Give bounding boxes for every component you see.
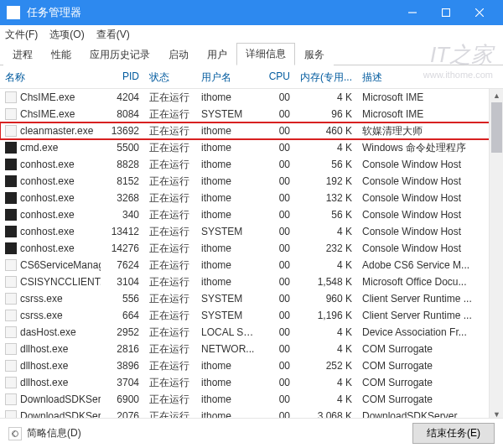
process-icon xyxy=(5,91,17,103)
process-desc: Device Association Fr... xyxy=(357,326,503,338)
less-details-link[interactable]: 简略信息(D) xyxy=(27,426,81,440)
process-cpu: 00 xyxy=(262,242,295,254)
table-row[interactable]: DownloadSDKServ...6900正在运行ithome004 KCOM… xyxy=(0,391,503,408)
process-user: SYSTEM xyxy=(196,293,262,305)
process-icon xyxy=(5,259,17,271)
process-status: 正在运行 xyxy=(144,91,196,105)
scrollbar-thumb[interactable] xyxy=(491,102,502,153)
col-desc[interactable]: 描述 xyxy=(357,70,503,85)
menu-file[interactable]: 文件(F) xyxy=(5,28,38,42)
table-row[interactable]: ChsIME.exe8084正在运行SYSTEM0096 KMicrosoft … xyxy=(0,106,503,122)
tab-5[interactable]: 详细信息 xyxy=(236,43,295,65)
table-row[interactable]: dllhost.exe2816正在运行NETWOR...004 KCOM Sur… xyxy=(0,341,503,357)
table-row[interactable]: dllhost.exe3896正在运行ithome00252 KCOM Surr… xyxy=(0,357,503,374)
process-pid: 664 xyxy=(101,310,144,321)
table-row[interactable]: conhost.exe14276正在运行ithome00232 KConsole… xyxy=(0,240,503,257)
tab-1[interactable]: 性能 xyxy=(42,44,80,65)
col-mem[interactable]: 内存(专用... xyxy=(295,70,357,85)
table-row[interactable]: cmd.exe5500正在运行ithome004 KWindows 命令处理程序 xyxy=(0,139,503,156)
process-user: NETWOR... xyxy=(196,343,262,355)
process-icon xyxy=(5,326,17,338)
process-mem: 96 K xyxy=(295,108,357,120)
tab-4[interactable]: 用户 xyxy=(198,44,236,65)
process-pid: 4204 xyxy=(101,91,144,103)
col-name[interactable]: 名称 xyxy=(0,70,101,85)
table-row[interactable]: conhost.exe8152正在运行ithome00192 KConsole … xyxy=(0,173,503,190)
end-task-button[interactable]: 结束任务(E) xyxy=(412,423,495,444)
table-row[interactable]: ChsIME.exe4204正在运行ithome004 KMicrosoft I… xyxy=(0,89,503,106)
process-user: ithome xyxy=(196,242,262,254)
process-name: conhost.exe xyxy=(20,175,75,187)
vertical-scrollbar[interactable]: ▲ ▼ xyxy=(489,89,503,421)
process-desc: Console Window Host xyxy=(357,192,503,204)
table-row[interactable]: dllhost.exe3704正在运行ithome004 KCOM Surrog… xyxy=(0,374,503,391)
process-name: CSISYNCCLIENT.EXE xyxy=(20,276,101,288)
tab-2[interactable]: 应用历史记录 xyxy=(80,44,159,65)
table-row[interactable]: csrss.exe556正在运行SYSTEM00960 KClient Serv… xyxy=(0,290,503,307)
process-desc: COM Surrogate xyxy=(357,343,503,355)
process-name: conhost.exe xyxy=(20,226,75,237)
table-row[interactable]: conhost.exe340正在运行ithome0056 KConsole Wi… xyxy=(0,206,503,223)
process-status: 正在运行 xyxy=(144,124,196,138)
process-cpu: 00 xyxy=(262,159,295,170)
process-cpu: 00 xyxy=(262,209,295,221)
process-pid: 8084 xyxy=(101,108,144,120)
process-icon xyxy=(5,192,17,204)
process-cpu: 00 xyxy=(262,310,295,321)
process-icon xyxy=(5,276,17,288)
collapse-icon[interactable] xyxy=(8,427,22,440)
tab-6[interactable]: 服务 xyxy=(295,44,334,65)
process-icon xyxy=(5,108,17,120)
table-row[interactable]: conhost.exe3268正在运行ithome00132 KConsole … xyxy=(0,190,503,206)
process-icon xyxy=(5,360,17,372)
table-row[interactable]: CS6ServiceManag...7624正在运行ithome004 KAdo… xyxy=(0,257,503,273)
process-desc: COM Surrogate xyxy=(357,393,503,405)
menu-options[interactable]: 选项(O) xyxy=(49,28,84,42)
process-status: 正在运行 xyxy=(144,275,196,289)
minimize-button[interactable] xyxy=(396,0,429,25)
process-pid: 3268 xyxy=(101,192,144,204)
tab-3[interactable]: 启动 xyxy=(159,44,198,65)
process-pid: 8828 xyxy=(101,159,144,170)
process-status: 正在运行 xyxy=(144,326,196,340)
process-icon xyxy=(5,310,17,321)
table-row[interactable]: CSISYNCCLIENT.EXE3104正在运行ithome001,548 K… xyxy=(0,273,503,290)
table-row[interactable]: csrss.exe664正在运行SYSTEM001,196 KClient Se… xyxy=(0,307,503,324)
table-row[interactable]: conhost.exe8828正在运行ithome0056 KConsole W… xyxy=(0,156,503,173)
process-pid: 2952 xyxy=(101,326,144,338)
process-icon xyxy=(5,209,17,221)
process-desc: Adobe CS6 Service M... xyxy=(357,259,503,271)
process-mem: 4 K xyxy=(295,259,357,271)
process-name: cmd.exe xyxy=(20,142,58,154)
maximize-button[interactable] xyxy=(429,0,463,25)
process-pid: 5500 xyxy=(101,142,144,154)
process-mem: 4 K xyxy=(295,343,357,355)
table-row[interactable]: dasHost.exe2952正在运行LOCAL SE...004 KDevic… xyxy=(0,324,503,341)
process-cpu: 00 xyxy=(262,192,295,204)
process-name: conhost.exe xyxy=(20,159,75,170)
process-cpu: 00 xyxy=(262,326,295,338)
process-status: 正在运行 xyxy=(144,141,196,155)
process-status: 正在运行 xyxy=(144,309,196,323)
col-pid[interactable]: PID xyxy=(101,70,144,85)
process-name: dllhost.exe xyxy=(20,377,68,388)
table-row[interactable]: conhost.exe13412正在运行SYSTEM004 KConsole W… xyxy=(0,223,503,240)
menu-view[interactable]: 查看(V) xyxy=(96,28,130,42)
close-button[interactable] xyxy=(463,0,496,25)
process-name: ChsIME.exe xyxy=(20,108,75,120)
process-desc: Windows 命令处理程序 xyxy=(357,141,503,155)
col-status[interactable]: 状态 xyxy=(144,70,196,85)
process-cpu: 00 xyxy=(262,226,295,237)
process-name: conhost.exe xyxy=(20,242,75,254)
process-pid: 556 xyxy=(101,293,144,305)
scroll-up-icon[interactable]: ▲ xyxy=(490,89,503,102)
process-status: 正在运行 xyxy=(144,107,196,122)
process-desc: COM Surrogate xyxy=(357,360,503,372)
table-row[interactable]: cleanmaster.exe13692正在运行ithome00460 K软媒清… xyxy=(0,122,503,139)
col-cpu[interactable]: CPU xyxy=(262,70,295,85)
process-name: cleanmaster.exe xyxy=(20,125,93,137)
col-user[interactable]: 用户名 xyxy=(196,70,262,85)
tab-0[interactable]: 进程 xyxy=(3,44,42,65)
process-pid: 13412 xyxy=(101,226,144,237)
process-cpu: 00 xyxy=(262,108,295,120)
